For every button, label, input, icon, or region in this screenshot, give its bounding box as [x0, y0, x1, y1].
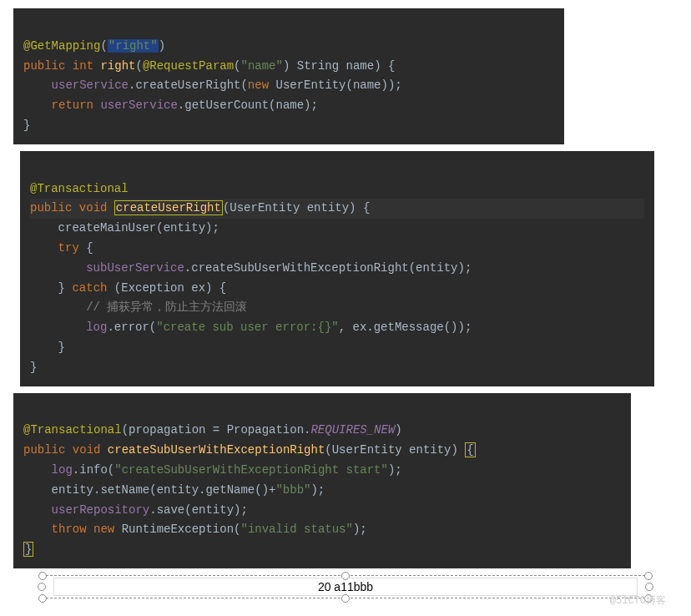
- rule-top: [42, 575, 649, 576]
- highlighted-string: "right": [108, 39, 159, 53]
- code-block-1: @GetMapping("right") public int right(@R…: [13, 8, 564, 144]
- handle-dot: [645, 583, 653, 591]
- annotation-transactional: @Transactional: [30, 182, 129, 195]
- method-right: right: [100, 59, 135, 73]
- comment: // 捕获异常，防止主方法回滚: [86, 300, 247, 314]
- watermark: @51CTO博客: [8, 593, 666, 608]
- handle-dot: [38, 572, 47, 580]
- code-block-3: @Transactional(propagation = Propagation…: [13, 393, 631, 568]
- method-createSubUserWithExceptionRight: createSubUserWithExceptionRight: [108, 443, 325, 457]
- annotation: @GetMapping: [23, 39, 100, 53]
- result-text: 20 a11bbb: [318, 580, 373, 593]
- handle-dot: [644, 572, 653, 580]
- code-block-2: @Transactional public void createUserRig…: [20, 151, 654, 386]
- method-createUserRight: createUserRight: [114, 200, 223, 215]
- handle-dot: [38, 583, 46, 591]
